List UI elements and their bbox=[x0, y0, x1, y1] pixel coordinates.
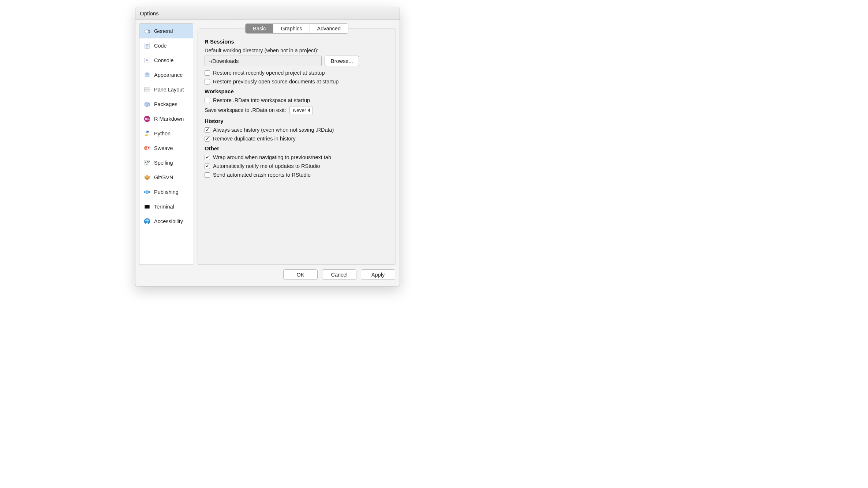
sidebar-item-label: Console bbox=[154, 57, 173, 63]
sidebar-item-terminal[interactable]: Terminal bbox=[139, 199, 193, 214]
spellcheck-icon: ABC bbox=[143, 159, 151, 167]
dialog-title: Options bbox=[140, 10, 159, 16]
notify-updates-checkbox[interactable] bbox=[205, 164, 210, 169]
working-dir-input[interactable] bbox=[205, 56, 322, 66]
apply-button[interactable]: Apply bbox=[361, 269, 395, 280]
section-r-sessions: R Sessions bbox=[205, 38, 389, 45]
tab-graphics[interactable]: Graphics bbox=[273, 24, 310, 33]
sidebar-item-appearance[interactable]: Appearance bbox=[139, 68, 193, 82]
restore-rdata-label: Restore .RData into workspace at startup bbox=[213, 97, 310, 103]
crash-reports-checkbox[interactable] bbox=[205, 172, 210, 178]
crash-reports-label: Send automated crash reports to RStudio bbox=[213, 172, 311, 178]
section-history: History bbox=[205, 118, 389, 124]
pane-layout-icon bbox=[143, 86, 151, 94]
svg-text:>: > bbox=[146, 58, 148, 63]
sidebar-item-label: General bbox=[154, 28, 173, 34]
category-sidebar: R General Code > Console App bbox=[139, 23, 193, 265]
cancel-button[interactable]: Cancel bbox=[322, 269, 356, 280]
dialog-footer: OK Cancel Apply bbox=[135, 265, 400, 284]
sidebar-item-label: Spelling bbox=[154, 160, 173, 166]
sidebar-item-label: Pane Layout bbox=[154, 87, 184, 93]
restore-docs-checkbox[interactable] bbox=[205, 79, 210, 85]
accessibility-icon bbox=[143, 217, 151, 225]
sidebar-item-rmarkdown[interactable]: Rmd R Markdown bbox=[139, 112, 193, 126]
package-box-icon bbox=[143, 100, 151, 108]
svg-point-25 bbox=[149, 191, 150, 193]
browse-button[interactable]: Browse... bbox=[325, 56, 359, 66]
sidebar-item-label: Appearance bbox=[154, 72, 183, 78]
save-workspace-select[interactable]: Never ▲▼ bbox=[289, 106, 313, 114]
svg-text:R: R bbox=[147, 30, 150, 34]
wrap-tabs-label: Wrap around when navigating to previous/… bbox=[213, 154, 331, 160]
settings-panel: R Sessions Default working directory (wh… bbox=[198, 29, 396, 265]
notify-updates-label: Automatically notify me of updates to RS… bbox=[213, 163, 320, 169]
svg-text:Rmd: Rmd bbox=[145, 117, 151, 121]
remove-dup-history-label: Remove duplicate entries in history bbox=[213, 136, 296, 142]
options-dialog: Options R General Code > Console bbox=[135, 7, 400, 286]
svg-text:ABC: ABC bbox=[145, 161, 150, 164]
section-other: Other bbox=[205, 145, 389, 151]
restore-project-checkbox[interactable] bbox=[205, 70, 210, 76]
tab-bar: Basic Graphics Advanced bbox=[198, 23, 396, 34]
console-prompt-icon: > bbox=[143, 56, 151, 64]
svg-point-28 bbox=[146, 219, 147, 220]
paint-bucket-icon bbox=[143, 71, 151, 79]
save-workspace-label: Save workspace to .RData on exit: bbox=[205, 107, 286, 113]
sidebar-item-python[interactable]: Python bbox=[139, 126, 193, 141]
sidebar-item-sweave[interactable]: Rnw Sweave bbox=[139, 141, 193, 155]
ok-button[interactable]: OK bbox=[283, 269, 318, 280]
sidebar-item-pane-layout[interactable]: Pane Layout bbox=[139, 82, 193, 97]
sidebar-item-label: Sweave bbox=[154, 145, 173, 151]
sidebar-item-label: Terminal bbox=[154, 204, 174, 210]
sidebar-item-label: Python bbox=[154, 131, 171, 136]
restore-rdata-checkbox[interactable] bbox=[205, 98, 210, 103]
sidebar-item-label: Packages bbox=[154, 101, 177, 107]
vcs-box-icon bbox=[143, 173, 151, 181]
sidebar-item-label: Accessibility bbox=[154, 218, 183, 224]
sidebar-item-code[interactable]: Code bbox=[139, 38, 193, 53]
sidebar-item-packages[interactable]: Packages bbox=[139, 97, 193, 112]
wrap-tabs-checkbox[interactable] bbox=[205, 155, 210, 160]
tab-advanced[interactable]: Advanced bbox=[310, 24, 348, 33]
restore-docs-label: Restore previously open source documents… bbox=[213, 79, 338, 85]
sidebar-item-label: R Markdown bbox=[154, 116, 184, 122]
sweave-icon: Rnw bbox=[143, 144, 151, 152]
sidebar-item-label: Publishing bbox=[154, 189, 179, 195]
sidebar-item-console[interactable]: > Console bbox=[139, 53, 193, 68]
sidebar-item-accessibility[interactable]: Accessibility bbox=[139, 214, 193, 229]
sidebar-item-label: Code bbox=[154, 43, 167, 49]
terminal-icon bbox=[143, 203, 151, 211]
code-doc-icon bbox=[143, 42, 151, 50]
always-save-history-label: Always save history (even when not savin… bbox=[213, 127, 334, 133]
svg-point-16 bbox=[146, 131, 147, 132]
working-dir-label: Default working directory (when not in a… bbox=[205, 48, 389, 53]
sidebar-item-gitsvn[interactable]: Git/SVN bbox=[139, 170, 193, 185]
dialog-titlebar: Options bbox=[135, 7, 400, 20]
svg-point-23 bbox=[146, 191, 149, 194]
svg-rect-26 bbox=[145, 205, 149, 209]
svg-point-17 bbox=[147, 135, 148, 136]
section-workspace: Workspace bbox=[205, 88, 389, 94]
sidebar-item-publishing[interactable]: Publishing bbox=[139, 185, 193, 199]
tab-basic[interactable]: Basic bbox=[246, 24, 273, 33]
rmarkdown-icon: Rmd bbox=[143, 115, 151, 123]
sidebar-item-spelling[interactable]: ABC Spelling bbox=[139, 155, 193, 170]
publish-icon bbox=[143, 188, 151, 196]
svg-rect-3 bbox=[145, 43, 149, 49]
sidebar-item-general[interactable]: R General bbox=[139, 24, 193, 38]
r-logo-icon: R bbox=[143, 27, 151, 35]
python-logo-icon bbox=[143, 129, 151, 138]
select-caret-icon: ▲▼ bbox=[308, 108, 311, 112]
sidebar-item-label: Git/SVN bbox=[154, 174, 173, 180]
restore-project-label: Restore most recently opened project at … bbox=[213, 70, 325, 76]
remove-dup-history-checkbox[interactable] bbox=[205, 136, 210, 142]
svg-point-24 bbox=[144, 191, 145, 193]
always-save-history-checkbox[interactable] bbox=[205, 127, 210, 133]
